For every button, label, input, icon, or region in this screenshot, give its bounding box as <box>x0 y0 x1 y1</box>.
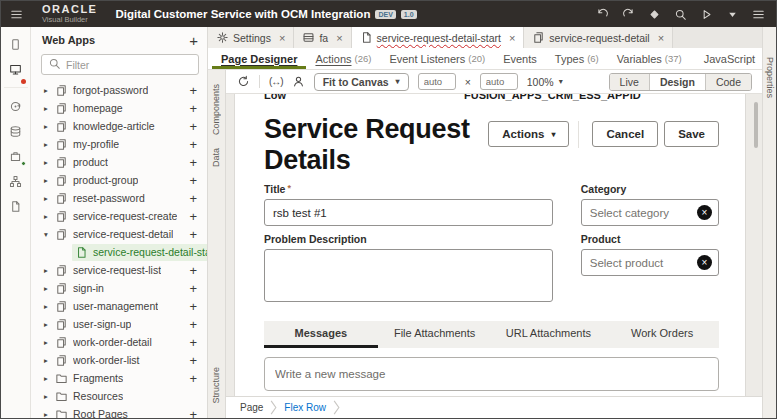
add-page-icon[interactable]: + <box>189 120 197 133</box>
mode-code-button[interactable]: Code <box>705 74 751 90</box>
tree-item-work-order-list[interactable]: ▸work-order-list+ <box>31 351 207 369</box>
tab-components[interactable]: Components <box>211 84 221 135</box>
chevron-right-icon[interactable]: ▸ <box>44 194 55 203</box>
tab-service-request-detail[interactable]: service-request-detail× <box>524 27 673 48</box>
detail-tab-messages[interactable]: Messages <box>264 321 378 348</box>
description-textarea[interactable] <box>264 249 553 302</box>
add-page-icon[interactable]: + <box>189 174 197 187</box>
diamond-icon[interactable] <box>648 8 661 21</box>
chevron-right-icon[interactable]: ▸ <box>44 86 55 95</box>
user-persona-icon[interactable] <box>292 75 305 88</box>
new-message-input[interactable] <box>275 368 708 380</box>
subnav-page-designer[interactable]: Page Designer <box>212 48 306 69</box>
clear-icon[interactable]: × <box>697 205 712 220</box>
breadcrumb-page[interactable]: Page <box>240 402 263 413</box>
chevron-right-icon[interactable]: ▸ <box>44 266 55 275</box>
business-objects-icon[interactable] <box>4 119 28 144</box>
dependencies-icon[interactable] <box>4 169 28 194</box>
services-icon[interactable] <box>4 144 28 169</box>
subnav-event-listeners[interactable]: Event Listeners(20) <box>380 48 494 69</box>
tree-item-product-group[interactable]: ▸product-group+ <box>31 171 207 189</box>
tree-item-user-management[interactable]: ▸user-management+ <box>31 297 207 315</box>
tree-item-service-request-detail[interactable]: ▾service-request-detail+ <box>31 225 207 243</box>
canvas-size-icon[interactable]: (↔) <box>269 76 283 87</box>
subnav-actions[interactable]: Actions(26) <box>306 48 380 69</box>
chevron-right-icon[interactable]: ▸ <box>44 104 55 113</box>
search-icon[interactable] <box>674 8 687 21</box>
canvas-width-input[interactable] <box>418 73 456 90</box>
chevron-right-icon[interactable]: ▸ <box>44 140 55 149</box>
add-page-icon[interactable]: + <box>189 84 197 97</box>
undo-icon[interactable] <box>596 8 609 21</box>
close-icon[interactable]: × <box>658 32 664 44</box>
add-page-icon[interactable]: + <box>189 336 197 349</box>
fit-to-canvas-dropdown[interactable]: Fit to Canvas ▾ <box>314 73 409 91</box>
tab-fa[interactable]: fa× <box>294 27 351 48</box>
tree-item-work-order-detail[interactable]: ▸work-order-detail+ <box>31 333 207 351</box>
tree-item-product[interactable]: ▸product+ <box>31 153 207 171</box>
play-icon[interactable] <box>700 8 713 21</box>
add-page-icon[interactable]: + <box>189 210 197 223</box>
mode-live-button[interactable]: Live <box>610 74 649 90</box>
title-input[interactable] <box>264 199 553 226</box>
menu-icon[interactable] <box>752 8 765 21</box>
add-page-icon[interactable]: + <box>189 318 197 331</box>
tree-item-Fragments[interactable]: ▸Fragments+ <box>31 369 207 387</box>
chevron-right-icon[interactable]: ▸ <box>44 374 55 383</box>
tree-item-service-request-create[interactable]: ▸service-request-create+ <box>31 207 207 225</box>
redo-icon[interactable] <box>622 8 635 21</box>
subnav-types[interactable]: Types(6) <box>546 48 608 69</box>
detail-tab-url-attachments[interactable]: URL Attachments <box>492 321 606 348</box>
tree-item-Resources[interactable]: ▸Resources <box>31 387 207 405</box>
chevron-right-icon[interactable]: ▸ <box>44 410 55 419</box>
breadcrumb-flex-row[interactable]: Flex Row <box>284 402 326 413</box>
add-page-icon[interactable]: + <box>189 264 197 277</box>
tab-structure[interactable]: Structure <box>211 367 221 404</box>
tab-service-request-detail-start[interactable]: service-request-detail-start× <box>352 27 525 48</box>
subnav-events[interactable]: Events <box>494 48 546 69</box>
menu-icon[interactable] <box>10 8 28 21</box>
canvas-scrollbar[interactable] <box>754 102 758 148</box>
tree-item-sign-in[interactable]: ▸sign-in+ <box>31 279 207 297</box>
tab-properties[interactable]: Properties <box>765 57 775 98</box>
web-apps-icon[interactable] <box>4 57 28 88</box>
processes-icon[interactable] <box>4 94 28 119</box>
tree-item-service-request-detail-start[interactable]: service-request-detail-start <box>31 243 207 261</box>
add-page-icon[interactable]: + <box>189 138 197 151</box>
add-page-icon[interactable]: + <box>189 156 197 169</box>
mobile-apps-icon[interactable] <box>4 32 28 57</box>
tree-item-service-request-list[interactable]: ▸service-request-list+ <box>31 261 207 279</box>
close-icon[interactable]: × <box>509 32 515 44</box>
chevron-down-icon[interactable]: ▾ <box>44 230 55 239</box>
add-page-icon[interactable]: + <box>189 408 197 419</box>
chevron-right-icon[interactable]: ▸ <box>44 176 55 185</box>
chevron-right-icon[interactable]: ▸ <box>44 302 55 311</box>
canvas-height-input[interactable] <box>480 73 518 90</box>
source-view-icon[interactable] <box>4 194 28 219</box>
filter-input[interactable] <box>66 59 192 71</box>
close-icon[interactable]: × <box>279 32 285 44</box>
mode-design-button[interactable]: Design <box>649 74 705 90</box>
zoom-dropdown[interactable]: 100% ▾ <box>527 76 563 88</box>
add-web-app-icon[interactable]: + <box>189 33 198 48</box>
tab-Settings[interactable]: Settings× <box>208 27 294 48</box>
subnav-javascript[interactable]: JavaScript <box>695 48 764 69</box>
chevron-right-icon[interactable]: ▸ <box>44 158 55 167</box>
category-select[interactable]: Select category × <box>581 199 719 226</box>
add-page-icon[interactable]: + <box>189 228 197 241</box>
add-page-icon[interactable]: + <box>189 300 197 313</box>
cancel-button[interactable]: Cancel <box>592 121 658 147</box>
chevron-right-icon[interactable]: ▸ <box>44 338 55 347</box>
chevron-right-icon[interactable]: ▸ <box>44 122 55 131</box>
add-page-icon[interactable]: + <box>189 372 197 385</box>
detail-tab-work-orders[interactable]: Work Orders <box>605 321 719 348</box>
close-icon[interactable]: × <box>336 32 342 44</box>
chevron-right-icon[interactable]: ▸ <box>44 356 55 365</box>
add-page-icon[interactable]: + <box>189 282 197 295</box>
detail-tab-file-attachments[interactable]: File Attachments <box>378 321 492 348</box>
chevron-right-icon[interactable]: ▸ <box>44 320 55 329</box>
chevron-right-icon[interactable]: ▸ <box>44 392 55 401</box>
product-select[interactable]: Select product × <box>581 249 719 276</box>
tree-item-homepage[interactable]: ▸homepage+ <box>31 99 207 117</box>
add-page-icon[interactable]: + <box>189 102 197 115</box>
